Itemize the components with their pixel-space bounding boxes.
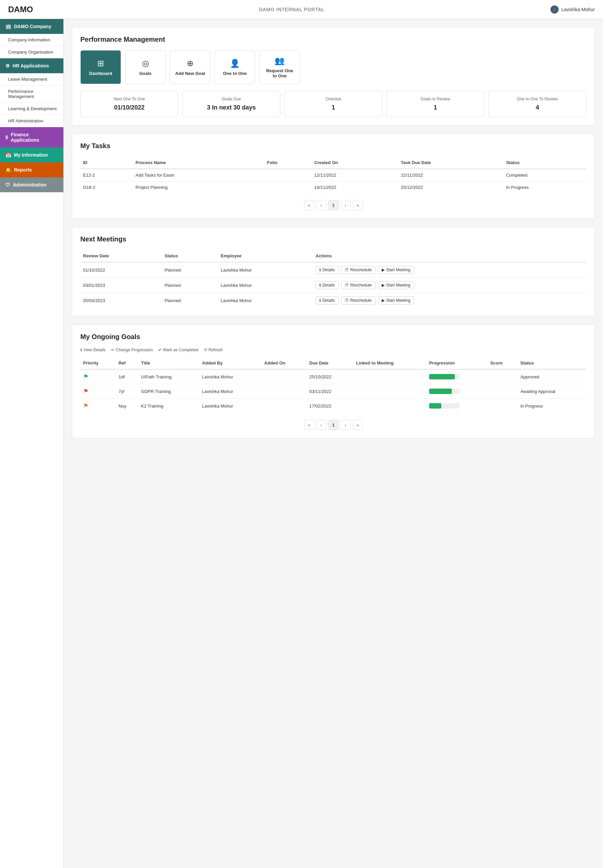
goals-current-page-btn[interactable]: 1 (328, 420, 339, 430)
table-row: G18-2 Project Planning 14/11/2022 20/12/… (80, 181, 586, 193)
col-employee: Employee (218, 250, 313, 262)
details-btn[interactable]: ℹ Details (315, 266, 339, 274)
tasks-title: My Tasks (80, 142, 586, 150)
stat-next-one-value: 01/10/2022 (86, 104, 173, 111)
mark-completed-btn[interactable]: ✔ Mark as Completed (158, 348, 198, 352)
sidebar-item-company-org[interactable]: Company Organisation (0, 46, 63, 58)
goals-next-page-btn[interactable]: › (341, 420, 351, 430)
reschedule-btn[interactable]: ⏱ Reschedule (341, 296, 375, 305)
goal-priority: ⚑ (80, 369, 116, 384)
last-page-btn[interactable]: » (353, 200, 363, 210)
goal-title: GDPR Training (138, 384, 199, 399)
goal-added-by: Lavishka Mohur (199, 369, 261, 384)
sidebar-header-reports[interactable]: 🔔 Reports (0, 162, 63, 177)
user-name: Lavishka Mohur (561, 7, 595, 12)
goals-prev-page-btn[interactable]: ‹ (316, 420, 326, 430)
meeting-date: 05/04/2023 (80, 293, 162, 308)
user-info[interactable]: 👤 Lavishka Mohur (550, 5, 595, 14)
sidebar-item-hradmin[interactable]: HR Administration (0, 115, 63, 127)
layout: 🏢 DAMO Company Company Information Compa… (0, 19, 603, 868)
header: DAMO DAMO INTERNAL PORTAL 👤 Lavishka Moh… (0, 0, 603, 19)
details-icon: ℹ (319, 298, 321, 303)
damo-icon: 🏢 (5, 24, 11, 29)
col-status: Status (503, 157, 586, 169)
tile-goals[interactable]: ◎ Goals (125, 50, 166, 84)
goal-added-on (262, 384, 307, 399)
sidebar-item-company-info[interactable]: Company Information (0, 34, 63, 46)
meetings-title: Next Meetings (80, 235, 586, 243)
sidebar-section-damo: 🏢 DAMO Company Company Information Compa… (0, 19, 63, 58)
start-meeting-btn[interactable]: ▶ Start Meeting (378, 266, 414, 274)
start-icon: ▶ (382, 283, 385, 288)
add-goal-icon: ⊕ (187, 59, 193, 68)
sidebar-item-perf[interactable]: Performance Management (0, 85, 63, 103)
stat-goals-due-label: Goals Due (188, 97, 275, 101)
current-page-btn[interactable]: 1 (328, 200, 339, 210)
request-one-icon: 👥 (275, 56, 285, 65)
progress-bar-wrap (429, 403, 460, 408)
prev-page-btn[interactable]: ‹ (316, 200, 326, 210)
goals-section: My Ongoing Goals ℹ View Details ✏ Change… (72, 325, 595, 438)
stat-overdue: Overdue 1 (284, 91, 382, 117)
sidebar-header-damo[interactable]: 🏢 DAMO Company (0, 19, 63, 34)
tile-dashboard[interactable]: ⊞ Dashboard (80, 50, 121, 84)
col-created: Created On (311, 157, 398, 169)
goals-icon: ◎ (142, 59, 149, 68)
sidebar-damo-label: DAMO Company (14, 24, 51, 29)
reschedule-btn[interactable]: ⏱ Reschedule (341, 266, 375, 274)
next-page-btn[interactable]: › (341, 200, 351, 210)
reschedule-btn[interactable]: ⏱ Reschedule (341, 281, 375, 289)
tile-request-one[interactable]: 👥 Request One to One (259, 50, 300, 84)
goal-title: K2 Training (138, 399, 199, 413)
goals-pagination: « ‹ 1 › » (80, 420, 586, 430)
progress-bar-wrap (429, 374, 460, 379)
sidebar-hr-label: HR Applications (12, 63, 49, 68)
tile-one-to-one[interactable]: 👤 One to One (215, 50, 255, 84)
change-progression-btn[interactable]: ✏ Change Progression (111, 348, 153, 352)
tile-add-goal[interactable]: ⊕ Add New Goal (170, 50, 210, 84)
meeting-date: 03/01/2023 (80, 278, 162, 293)
sidebar: 🏢 DAMO Company Company Information Compa… (0, 19, 64, 868)
reschedule-icon: ⏱ (345, 298, 349, 303)
mark-completed-label: Mark as Completed (163, 348, 198, 352)
sidebar-header-finance[interactable]: $ Finance Applications (0, 127, 63, 147)
start-meeting-btn[interactable]: ▶ Start Meeting (378, 296, 414, 305)
sidebar-header-myinfo[interactable]: 📅 My Information (0, 147, 63, 162)
goal-due: 17/02/2022 (307, 399, 354, 413)
stat-goals-due: Goals Due 3 In next 30 days (182, 91, 280, 117)
task-process: Project Planning (133, 181, 264, 193)
sidebar-header-admin[interactable]: 🛡 Administration (0, 177, 63, 192)
change-progression-label: Change Progression (116, 348, 153, 352)
refresh-btn[interactable]: ↺ Refresh (204, 348, 223, 352)
user-avatar: 👤 (550, 5, 558, 14)
meetings-section: Next Meetings Review Date Status Employe… (72, 227, 595, 316)
sidebar-header-hr[interactable]: ⚙ HR Applications (0, 58, 63, 73)
col-progression: Progression (427, 357, 487, 369)
reports-icon: 🔔 (5, 167, 11, 173)
goals-first-page-btn[interactable]: « (304, 420, 314, 430)
goal-score (487, 384, 518, 399)
details-btn[interactable]: ℹ Details (315, 296, 339, 305)
sidebar-section-finance: $ Finance Applications (0, 127, 63, 147)
meeting-actions: ℹ Details ⏱ Reschedule ▶ Start Meeting (313, 262, 586, 278)
stat-goals-review: Goals to Review 1 (387, 91, 484, 117)
sidebar-section-reports: 🔔 Reports (0, 162, 63, 177)
goals-last-page-btn[interactable]: » (353, 420, 363, 430)
meetings-table: Review Date Status Employee Actions 01/1… (80, 250, 586, 308)
sidebar-item-leave[interactable]: Leave Management (0, 73, 63, 85)
table-row: ⚑ 7yf GDPR Training Lavishka Mohur 03/11… (80, 384, 586, 399)
task-due: 20/12/2022 (398, 181, 504, 193)
stat-overdue-value: 1 (290, 104, 377, 111)
goal-title: UIPath Training (138, 369, 199, 384)
progress-bar (429, 388, 452, 394)
meeting-employee: Lavishka Mohur (218, 278, 313, 293)
view-details-btn[interactable]: ℹ View Details (80, 348, 106, 352)
stat-goals-review-label: Goals to Review (392, 97, 479, 101)
start-meeting-btn[interactable]: ▶ Start Meeting (378, 281, 414, 289)
goal-progression (427, 399, 487, 413)
details-btn[interactable]: ℹ Details (315, 281, 339, 289)
sidebar-item-learning[interactable]: Learning & Development (0, 103, 63, 115)
tile-request-label: Request One to One (264, 68, 295, 78)
first-page-btn[interactable]: « (304, 200, 314, 210)
sidebar-admin-label: Administration (13, 182, 46, 187)
